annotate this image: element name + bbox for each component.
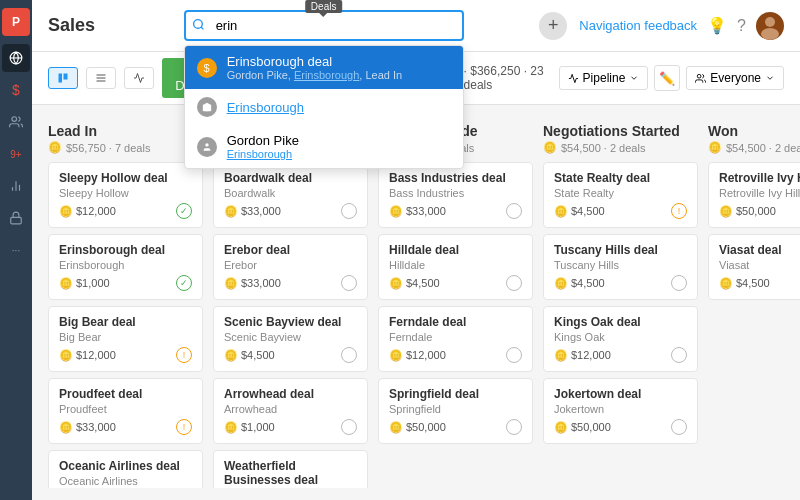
svg-point-11: [765, 17, 775, 27]
deal-card[interactable]: Arrowhead deal Arrowhead 🪙 $1,000: [213, 378, 368, 444]
deal-status-badge: !: [176, 419, 192, 435]
deal-card[interactable]: Hilldale deal Hilldale 🪙 $4,500: [378, 234, 533, 300]
deal-card[interactable]: Springfield deal Springfield 🪙 $50,000: [378, 378, 533, 444]
deal-status-badge: [506, 203, 522, 219]
deal-amount: 🪙 $12,000: [59, 205, 116, 218]
deal-card[interactable]: Viasat deal Viasat 🪙 $4,500: [708, 234, 800, 300]
deal-name: Boardwalk deal: [224, 171, 357, 185]
deal-card[interactable]: Weatherfield Businesses deal Weatherfiel…: [213, 450, 368, 488]
deal-name: Jokertown deal: [554, 387, 687, 401]
search-icon: [192, 18, 205, 34]
list-view-btn[interactable]: [86, 67, 116, 89]
sidebar-icon-people[interactable]: [2, 108, 30, 136]
column-amount: $54,500 · 2 deals: [561, 142, 645, 154]
amount-coin-icon: 🪙: [719, 277, 733, 290]
svg-point-7: [193, 19, 202, 28]
deal-card[interactable]: Retroville Ivy Hills deal Retroville Ivy…: [708, 162, 800, 228]
kanban-view-btn[interactable]: [48, 67, 78, 89]
dropdown-item-title-2: Gordon Pike: [227, 133, 299, 148]
deal-icon-0: $: [197, 58, 217, 78]
deal-footer: 🪙 $12,000: [554, 347, 687, 363]
dropdown-item-1[interactable]: Erinsborough: [185, 89, 463, 125]
pipeline-select[interactable]: Pipeline: [559, 66, 649, 90]
column-lead-in: Lead In 🪙 $56,750 · 7 deals Sleepy Hollo…: [48, 117, 203, 488]
deal-card[interactable]: Scenic Bayview deal Scenic Bayview 🪙 $4,…: [213, 306, 368, 372]
deal-name: Ferndale deal: [389, 315, 522, 329]
deal-card[interactable]: Tuscany Hills deal Tuscany Hills 🪙 $4,50…: [543, 234, 698, 300]
lightbulb-icon[interactable]: 💡: [707, 16, 727, 35]
svg-rect-14: [64, 74, 68, 80]
amount-coin-icon: 🪙: [59, 421, 73, 434]
deals-badge: Deals: [305, 0, 343, 13]
deal-card[interactable]: Bass Industries deal Bass Industries 🪙 $…: [378, 162, 533, 228]
deal-amount: 🪙 $4,500: [389, 277, 440, 290]
deal-card[interactable]: Erebor deal Erebor 🪙 $33,000: [213, 234, 368, 300]
sidebar-logo[interactable]: P: [2, 8, 30, 36]
svg-point-24: [698, 74, 702, 78]
column-cards-won: Retroville Ivy Hills deal Retroville Ivy…: [708, 162, 800, 488]
amount-coin-icon: 🪙: [59, 205, 73, 218]
column-header-negotiations: Negotiations Started 🪙 $54,500 · 2 deals: [543, 117, 698, 162]
sidebar-icon-lock[interactable]: [2, 204, 30, 232]
deal-footer: 🪙 $4,500: [719, 275, 800, 291]
activity-view-btn[interactable]: [124, 67, 154, 89]
header: Sales Deals $ Erinsborough deal: [32, 0, 800, 52]
deal-status-badge: [506, 347, 522, 363]
column-amount: $56,750 · 7 deals: [66, 142, 150, 154]
help-icon[interactable]: ?: [737, 17, 746, 35]
deal-name: Kings Oak deal: [554, 315, 687, 329]
everyone-select[interactable]: Everyone: [686, 66, 784, 90]
deal-company: State Realty: [554, 187, 687, 199]
amount-coin-icon: 🪙: [554, 277, 568, 290]
nav-feedback-link[interactable]: Navigation feedback: [579, 18, 697, 33]
deal-card[interactable]: Ferndale deal Ferndale 🪙 $12,000: [378, 306, 533, 372]
amount-coin-icon: 🪙: [389, 277, 403, 290]
deal-card[interactable]: Jokertown deal Jokertown 🪙 $50,000: [543, 378, 698, 444]
deal-card[interactable]: Big Bear deal Big Bear 🪙 $12,000 !: [48, 306, 203, 372]
deal-status-badge: ✓: [176, 203, 192, 219]
dropdown-item-sub-2: Erinsborough: [227, 148, 299, 160]
deal-card[interactable]: Sleepy Hollow deal Sleepy Hollow 🪙 $12,0…: [48, 162, 203, 228]
deal-card[interactable]: Oceanic Airlines deal Oceanic Airlines 🪙…: [48, 450, 203, 488]
sidebar-icon-globe[interactable]: [2, 44, 30, 72]
deal-card[interactable]: State Realty deal State Realty 🪙 $4,500 …: [543, 162, 698, 228]
column-proposal-made: Proposal Made 🪙 $1,000 · 4 deals Bass In…: [378, 117, 533, 488]
search-dropdown: $ Erinsborough deal Gordon Pike, Erinsbo…: [184, 45, 464, 169]
deal-name: Scenic Bayview deal: [224, 315, 357, 329]
add-button[interactable]: +: [539, 12, 567, 40]
deal-card[interactable]: Kings Oak deal Kings Oak 🪙 $12,000: [543, 306, 698, 372]
deal-company: Arrowhead: [224, 403, 357, 415]
main-content: Sales Deals $ Erinsborough deal: [32, 0, 800, 500]
column-contact-made: Contact Made 🪙 $72,500 · 5 deals Boardwa…: [213, 117, 368, 488]
search-container: Deals $ Erinsborough deal Gordon Pike, E…: [120, 10, 527, 41]
deal-company: Oceanic Airlines: [59, 475, 192, 487]
deal-company: Viasat: [719, 259, 800, 271]
deal-company: Springfield: [389, 403, 522, 415]
dropdown-item-text-1: Erinsborough: [227, 100, 304, 115]
deal-name: Weatherfield Businesses deal: [224, 459, 357, 487]
sidebar-icon-more[interactable]: ···: [2, 236, 30, 264]
amount-coin-icon: 🪙: [389, 205, 403, 218]
deal-status-badge: !: [176, 347, 192, 363]
deal-card[interactable]: Boardwalk deal Boardwalk 🪙 $33,000: [213, 162, 368, 228]
column-title-lead-in: Lead In: [48, 123, 203, 139]
deal-name: Hilldale deal: [389, 243, 522, 257]
sidebar-icon-chart[interactable]: [2, 172, 30, 200]
user-avatar[interactable]: [756, 12, 784, 40]
deal-footer: 🪙 $12,000: [389, 347, 522, 363]
dropdown-item-0[interactable]: $ Erinsborough deal Gordon Pike, Erinsbo…: [185, 46, 463, 89]
deal-amount: 🪙 $50,000: [389, 421, 446, 434]
deal-company: Big Bear: [59, 331, 192, 343]
deal-status-badge: [671, 419, 687, 435]
deal-footer: 🪙 $1,000: [224, 419, 357, 435]
svg-point-12: [761, 28, 779, 40]
person-icon-2: [197, 137, 217, 157]
sidebar-icon-badge[interactable]: 9+: [2, 140, 30, 168]
column-title-negotiations: Negotiations Started: [543, 123, 698, 139]
sidebar-icon-dollar[interactable]: $: [2, 76, 30, 104]
deal-card[interactable]: Proudfeet deal Proudfeet 🪙 $33,000 !: [48, 378, 203, 444]
deal-card[interactable]: Erinsborough deal Erinsborough 🪙 $1,000 …: [48, 234, 203, 300]
header-actions: Navigation feedback 💡 ?: [579, 12, 784, 40]
dropdown-item-2[interactable]: Gordon Pike Erinsborough: [185, 125, 463, 168]
edit-icon-btn[interactable]: ✏️: [654, 65, 680, 91]
